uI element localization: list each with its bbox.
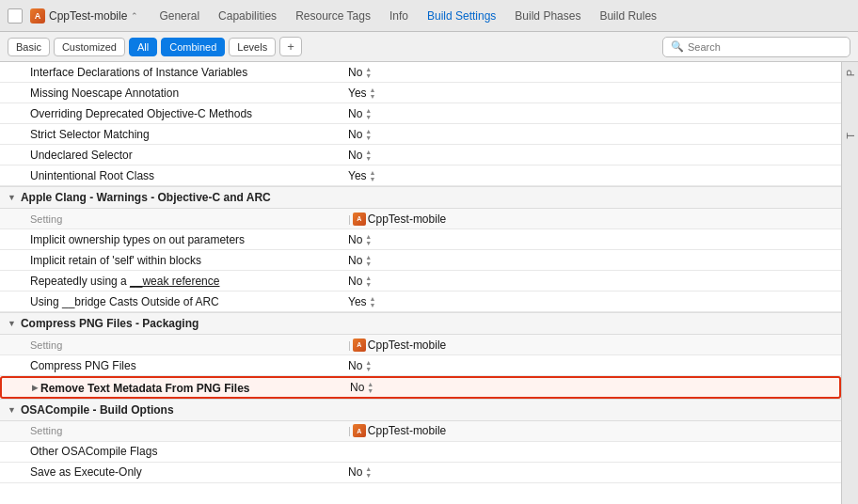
section-header-osacompile[interactable]: ▼ OSACompile - Build Options <box>0 399 841 421</box>
value-stepper: No▲▼ <box>348 66 372 79</box>
table-row: Unintentional Root Class Yes▲▼ <box>0 165 841 186</box>
tab-general[interactable]: General <box>150 4 209 28</box>
add-filter-button[interactable]: + <box>279 37 302 56</box>
target-column-header: | A CppTest-mobile <box>348 424 841 437</box>
right-sidebar: P T <box>841 62 858 504</box>
project-selector[interactable]: A CppTest-mobile ⌃ <box>30 8 138 24</box>
value-stepper: No▲▼ <box>348 107 372 120</box>
filter-customized[interactable]: Customized <box>54 38 125 56</box>
value-stepper: No▲▼ <box>348 149 372 162</box>
setting-value: No▲▼ <box>348 149 841 162</box>
setting-column-header: Setting <box>0 339 348 351</box>
section-header-objc-arc[interactable]: ▼ Apple Clang - Warnings - Objective-C a… <box>0 186 841 209</box>
setting-header-row: Setting | A CppTest-mobile <box>0 209 841 229</box>
target-column-header: | A CppTest-mobile <box>348 213 841 226</box>
setting-column-header: Setting <box>0 213 348 225</box>
stepper[interactable]: ▲▼ <box>365 275 372 288</box>
setting-value: No▲▼ <box>348 128 841 141</box>
search-icon: 🔍 <box>671 40 684 53</box>
project-chevron: ⌃ <box>131 11 138 21</box>
table-row: Using __bridge Casts Outside of ARC Yes▲… <box>0 291 841 312</box>
tab-info[interactable]: Info <box>380 4 418 28</box>
project-icon: A <box>30 8 45 24</box>
tab-capabilities[interactable]: Capabilities <box>209 4 286 28</box>
setting-value: No▲▼ <box>348 359 841 372</box>
value-stepper: Yes▲▼ <box>348 87 376 100</box>
table-row: Save as Execute-Only No▲▼ <box>0 463 841 483</box>
stepper[interactable]: ▲▼ <box>365 66 372 79</box>
tab-build-phases[interactable]: Build Phases <box>505 4 590 28</box>
table-row: Missing Noescape Annotation Yes▲▼ <box>0 83 841 103</box>
stepper[interactable]: ▲▼ <box>365 149 372 162</box>
setting-value: Yes▲▼ <box>348 295 841 308</box>
table-row: Other OSACompile Flags <box>0 442 841 463</box>
stepper[interactable]: ▲▼ <box>370 295 376 308</box>
value-stepper: No▲▼ <box>348 233 372 246</box>
stepper[interactable]: ▲▼ <box>370 169 376 182</box>
table-row: Repeatedly using a __weak reference No▲▼ <box>0 271 841 291</box>
setting-value: No▲▼ <box>348 233 841 246</box>
sidebar-label-t[interactable]: T <box>845 133 856 139</box>
filter-all[interactable]: All <box>129 38 157 56</box>
section-title: Apple Clang - Warnings - Objective-C and… <box>21 191 271 204</box>
stepper[interactable]: ▲▼ <box>365 128 372 141</box>
filter-levels[interactable]: Levels <box>229 38 276 56</box>
setting-name: Undeclared Selector <box>0 149 348 162</box>
target-icon: A <box>353 339 366 352</box>
setting-value: No▲▼ <box>348 66 841 79</box>
value-stepper: Yes▲▼ <box>348 169 376 182</box>
setting-header-row: Setting | A CppTest-mobile <box>0 335 841 355</box>
section-title: Compress PNG Files - Packaging <box>21 317 199 330</box>
expand-triangle-icon: ▶ <box>32 384 38 392</box>
table-row: Interface Declarations of Instance Varia… <box>0 62 841 83</box>
filter-basic[interactable]: Basic <box>8 38 50 56</box>
setting-name: Save as Execute-Only <box>0 465 348 479</box>
table-row: Compress PNG Files No▲▼ <box>0 355 841 376</box>
filter-combined[interactable]: Combined <box>161 38 225 56</box>
section-collapse-triangle: ▼ <box>8 405 16 415</box>
setting-value: No▲▼ <box>348 254 841 267</box>
top-nav: A CppTest-mobile ⌃ General Capabilities … <box>0 0 858 32</box>
setting-column-header: Setting <box>0 425 348 436</box>
value-stepper: No▲▼ <box>348 275 372 288</box>
stepper[interactable]: ▲▼ <box>367 381 373 394</box>
tab-build-rules[interactable]: Build Rules <box>590 4 666 28</box>
target-name: CppTest-mobile <box>368 424 446 437</box>
value-stepper: No▲▼ <box>350 381 373 394</box>
sidebar-label-p[interactable]: P <box>845 70 856 76</box>
section-collapse-triangle: ▼ <box>8 193 16 202</box>
setting-name: Interface Declarations of Instance Varia… <box>0 66 348 79</box>
setting-name: Missing Noescape Annotation <box>0 87 348 100</box>
setting-name: Using __bridge Casts Outside of ARC <box>0 295 348 308</box>
search-input[interactable] <box>688 41 842 53</box>
target-icon: A <box>353 424 366 437</box>
table-row: Overriding Deprecated Objective-C Method… <box>0 103 841 124</box>
setting-name: Other OSACompile Flags <box>0 445 348 458</box>
setting-name: Unintentional Root Class <box>0 169 348 182</box>
setting-value: Yes▲▼ <box>348 169 841 182</box>
tab-build-settings[interactable]: Build Settings <box>418 4 505 28</box>
highlighted-setting-row[interactable]: ▶ Remove Text Metadata From PNG Files No… <box>0 376 841 399</box>
target-column-header: | A CppTest-mobile <box>348 339 841 352</box>
search-box: 🔍 <box>662 37 850 57</box>
filter-bar: Basic Customized All Combined Levels + 🔍 <box>0 32 858 62</box>
section-title: OSACompile - Build Options <box>21 403 174 417</box>
setting-name: Strict Selector Matching <box>0 128 348 141</box>
stepper[interactable]: ▲▼ <box>370 87 376 100</box>
setting-name: Overriding Deprecated Objective-C Method… <box>0 107 348 120</box>
setting-name: Compress PNG Files <box>0 359 348 372</box>
setting-value: No▲▼ <box>348 465 841 479</box>
value-stepper: No▲▼ <box>348 128 372 141</box>
section-warnings-top: Interface Declarations of Instance Varia… <box>0 62 841 186</box>
stepper[interactable]: ▲▼ <box>365 359 372 372</box>
stepper[interactable]: ▲▼ <box>365 233 372 246</box>
stepper[interactable]: ▲▼ <box>365 254 372 267</box>
section-header-compress-png[interactable]: ▼ Compress PNG Files - Packaging <box>0 312 841 335</box>
project-label: CppTest-mobile <box>49 9 127 23</box>
stepper[interactable]: ▲▼ <box>365 107 372 120</box>
target-name: CppTest-mobile <box>368 339 446 352</box>
value-stepper: No▲▼ <box>348 359 372 372</box>
project-checkbox[interactable] <box>8 8 23 24</box>
tab-resource-tags[interactable]: Resource Tags <box>286 4 380 28</box>
stepper[interactable]: ▲▼ <box>365 465 372 479</box>
